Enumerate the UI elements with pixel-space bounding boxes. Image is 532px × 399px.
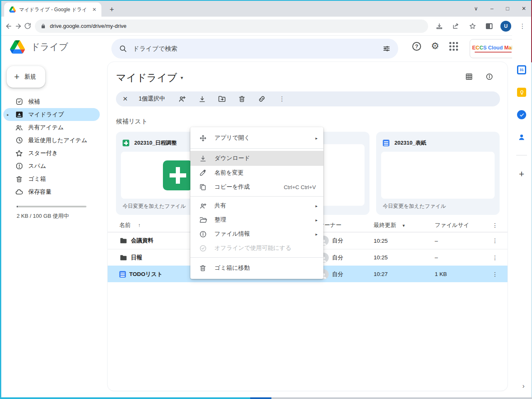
show-side-panel-chevron-icon[interactable]: › bbox=[522, 382, 525, 390]
minimize-button[interactable]: – bbox=[490, 5, 493, 12]
menu-item-organize[interactable]: 整理 ▸ bbox=[190, 213, 323, 227]
menu-item-label: コピーを作成 bbox=[214, 183, 276, 191]
menu-item-move-to-trash[interactable]: ゴミ箱に移動 bbox=[190, 260, 323, 276]
browser-tab[interactable]: マイドライブ - Google ドライブ ✕ bbox=[4, 2, 101, 17]
bookmark-star-icon[interactable] bbox=[467, 21, 478, 32]
menu-item-share[interactable]: 共有 ▸ bbox=[190, 199, 323, 213]
sidebar-item-recent[interactable]: 最近使用したアイテム bbox=[3, 134, 100, 147]
new-tab-button[interactable]: + bbox=[106, 4, 117, 15]
storage-usage-text: 2 KB / 100 GB 使用中 bbox=[17, 212, 69, 220]
maximize-button[interactable]: □ bbox=[506, 5, 509, 12]
info-icon[interactable] bbox=[485, 73, 493, 81]
menu-item-open-with[interactable]: アプリで開く ▸ bbox=[190, 130, 323, 146]
card-preview bbox=[381, 152, 495, 199]
page-title[interactable]: マイドライブ ▾ bbox=[116, 71, 183, 84]
menu-item-file-info[interactable]: ファイル情報 ▸ bbox=[190, 227, 323, 241]
search-bar[interactable]: ドライブで検索 bbox=[111, 39, 398, 59]
back-icon[interactable] bbox=[4, 20, 14, 33]
eccs-cloud-mail-logo: ECCS Cloud Mail bbox=[472, 45, 514, 53]
people-icon bbox=[15, 123, 23, 132]
file-size: – bbox=[435, 254, 483, 261]
owner-name: 自分 bbox=[332, 254, 343, 261]
close-button[interactable]: ✕ bbox=[522, 5, 526, 12]
sidebar-item-starred[interactable]: スター付き bbox=[3, 147, 100, 160]
row-more-icon[interactable]: ⋮ bbox=[483, 237, 507, 244]
file-name: 日報 bbox=[131, 254, 142, 261]
tab-title: マイドライブ - Google ドライブ bbox=[19, 6, 87, 13]
trash-icon[interactable] bbox=[237, 94, 246, 103]
chevron-down-icon[interactable]: ▾ bbox=[180, 75, 183, 81]
tab-close-icon[interactable]: ✕ bbox=[91, 6, 98, 13]
sort-descending-icon[interactable]: ▼ bbox=[402, 224, 406, 228]
selection-toolbar: ✕ 1個選択中 ⋮ bbox=[116, 91, 500, 106]
header-modified[interactable]: 最終更新 bbox=[374, 222, 396, 228]
sidebar-item-spam[interactable]: スパム bbox=[3, 160, 100, 172]
menu-item-download[interactable]: ダウンロード bbox=[190, 151, 323, 166]
sidebar-item-storage[interactable]: 保存容量 bbox=[3, 185, 100, 198]
get-add-ons-icon[interactable]: + bbox=[519, 169, 525, 180]
menu-item-label: 共有 bbox=[214, 202, 308, 209]
side-panel-icon[interactable] bbox=[484, 21, 495, 32]
sidebar-item-my-drive[interactable]: ▸ マイドライブ bbox=[3, 108, 100, 121]
cloud-icon bbox=[15, 188, 23, 196]
search-options-icon[interactable] bbox=[382, 44, 391, 53]
drive-logo-text: ドライブ bbox=[31, 41, 68, 53]
approval-icon bbox=[15, 98, 23, 106]
submenu-arrow-icon: ▸ bbox=[315, 204, 318, 208]
selection-count: 1個選択中 bbox=[139, 95, 165, 103]
row-more-icon[interactable]: ⋮ bbox=[483, 254, 507, 261]
menu-divider bbox=[190, 257, 323, 258]
share-icon[interactable] bbox=[451, 21, 461, 32]
file-size: 1 KB bbox=[435, 271, 483, 277]
sidebar-item-trash[interactable]: ゴミ箱 bbox=[3, 172, 100, 185]
sidebar-nav: 候補 ▸ マイドライブ 共有アイテム 最近使用したアイテム スター付き スパム bbox=[3, 95, 100, 198]
row-more-icon[interactable]: ⋮ bbox=[483, 271, 507, 278]
menu-item-label: 整理 bbox=[214, 216, 308, 224]
offline-pin-icon bbox=[199, 244, 207, 252]
move-to-folder-icon[interactable] bbox=[217, 94, 227, 103]
clear-selection-icon[interactable]: ✕ bbox=[123, 95, 128, 103]
menu-item-make-copy[interactable]: コピーを作成 Ctrl+C Ctrl+V bbox=[190, 180, 323, 194]
drive-logo[interactable]: ドライブ bbox=[10, 40, 68, 54]
header-size[interactable]: ファイルサイ bbox=[435, 222, 469, 228]
settings-gear-icon[interactable]: ⚙ bbox=[431, 42, 439, 51]
sidebar-item-suggested[interactable]: 候補 bbox=[3, 95, 100, 108]
sidebar-item-label: ゴミ箱 bbox=[28, 175, 46, 183]
submenu-arrow-icon: ▸ bbox=[315, 218, 318, 222]
submenu-arrow-icon: ▸ bbox=[315, 136, 318, 140]
table-options-icon[interactable]: ⋮ bbox=[483, 222, 507, 229]
keep-icon[interactable] bbox=[517, 88, 526, 97]
reload-icon[interactable] bbox=[23, 20, 32, 33]
menu-item-rename[interactable]: 名前を変更 bbox=[190, 166, 323, 180]
sidebar-item-label: スパム bbox=[28, 163, 46, 170]
header-name[interactable]: 名前 bbox=[119, 222, 131, 229]
new-button-label: 新規 bbox=[25, 73, 36, 81]
menu-item-label: ファイル情報 bbox=[214, 230, 308, 238]
more-actions-icon[interactable]: ⋮ bbox=[277, 94, 286, 103]
sheets-logo-thumbnail bbox=[163, 160, 193, 190]
menu-divider bbox=[190, 148, 323, 149]
google-apps-grid-icon[interactable] bbox=[449, 42, 458, 51]
link-icon[interactable] bbox=[257, 94, 266, 103]
expand-arrow-icon[interactable]: ▸ bbox=[6, 113, 10, 117]
browser-profile-avatar[interactable]: U bbox=[500, 21, 511, 32]
tasks-icon[interactable] bbox=[517, 110, 526, 119]
downloads-icon[interactable] bbox=[434, 21, 445, 32]
download-icon[interactable] bbox=[197, 94, 207, 103]
sidebar-item-shared[interactable]: 共有アイテム bbox=[3, 121, 100, 134]
tab-search-icon[interactable]: ∨ bbox=[474, 5, 478, 12]
browser-menu-icon[interactable]: ⋮ bbox=[517, 21, 528, 32]
file-card-docs[interactable]: 202310_表紙 今日変更を加えたファイル bbox=[376, 132, 500, 215]
new-button[interactable]: + 新規 bbox=[7, 66, 45, 88]
address-bar[interactable]: drive.google.com/drive/my-drive bbox=[35, 20, 428, 33]
sort-ascending-icon[interactable]: ↑ bbox=[138, 222, 140, 228]
calendar-icon[interactable]: 31 bbox=[517, 65, 526, 74]
forward-icon[interactable] bbox=[14, 20, 23, 33]
share-person-add-icon[interactable] bbox=[177, 94, 187, 103]
sidebar-item-label: 候補 bbox=[28, 98, 40, 106]
docs-file-icon bbox=[119, 271, 126, 278]
help-icon[interactable]: ? bbox=[412, 42, 421, 51]
contacts-icon[interactable] bbox=[517, 133, 526, 142]
workspace-side-panel: 31 + bbox=[512, 35, 531, 397]
grid-view-icon[interactable] bbox=[465, 73, 473, 81]
